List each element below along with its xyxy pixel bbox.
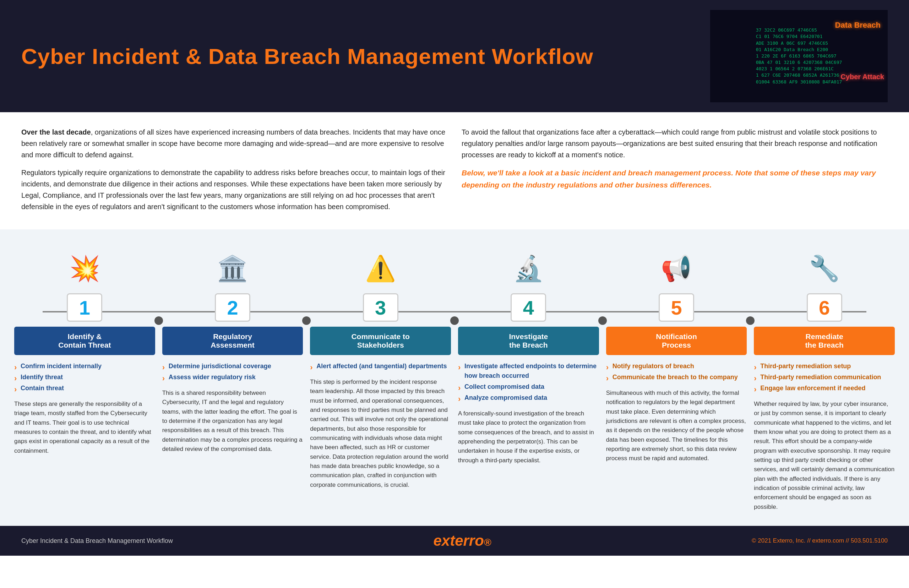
- bullet-item: Communicate the breach to the company: [606, 373, 747, 382]
- step-title-1: Identify &Contain Threat: [14, 327, 155, 355]
- bullet-item: Collect compromised data: [458, 382, 599, 392]
- step-body-1: These steps are generally the responsibi…: [14, 399, 155, 456]
- intro-highlight: Below, we'll take a look at a basic inci…: [462, 167, 888, 191]
- step-icon-1: 💥: [69, 254, 100, 283]
- bullet-item: Identify threat: [14, 373, 155, 382]
- intro-right: To avoid the fallout that organizations …: [462, 126, 888, 219]
- intro-p3: To avoid the fallout that organizations …: [462, 126, 888, 160]
- step-body-5: Simultaneous with much of this activity,…: [606, 388, 747, 464]
- step-icon-area-4: 🔬: [507, 247, 550, 290]
- step-bullets-1: Confirm incident internallyIdentify thre…: [14, 362, 155, 394]
- step-title-4: Investigatethe Breach: [458, 327, 599, 355]
- header-image: 37 32C2 06C697 4746C65 C1 01 76C6 9704 E…: [710, 10, 888, 102]
- intro-p2: Regulators typically require organizatio…: [21, 167, 447, 212]
- cyber-label: Cyber Attack: [840, 73, 884, 81]
- step-icon-2: 🏛️: [217, 254, 248, 283]
- breach-label: Data Breach: [835, 21, 881, 30]
- bullet-item: Assess wider regulatory risk: [162, 373, 303, 382]
- steps-container: 💥 1 Identify &Contain Threat Confirm inc…: [14, 247, 895, 512]
- matrix-background: 37 32C2 06C697 4746C65 C1 01 76C6 9704 E…: [753, 24, 845, 88]
- step-title-2: RegulatoryAssessment: [162, 327, 303, 355]
- bullet-item: Engage law enforcement if needed: [754, 383, 895, 393]
- header: Cyber Incident & Data Breach Management …: [0, 0, 909, 112]
- step-bullets-4: Investigate affected endpoints to determ…: [458, 362, 599, 404]
- step-bullets-6: Third-party remediation setupThird-party…: [754, 362, 895, 394]
- step-bullets-5: Notify regulators of breachCommunicate t…: [606, 362, 747, 383]
- bullet-item: Investigate affected endpoints to determ…: [458, 362, 599, 381]
- connector-dot-1: [155, 317, 163, 325]
- workflow-section: 💥 1 Identify &Contain Threat Confirm inc…: [0, 229, 909, 526]
- connector-dot-2: [302, 317, 311, 325]
- step-number-3: 3: [375, 296, 386, 319]
- footer: Cyber Incident & Data Breach Management …: [0, 526, 909, 556]
- step-number-box-3: 3: [363, 293, 399, 322]
- connector-dot-4: [598, 317, 607, 325]
- step-icon-4: 🔬: [513, 254, 544, 283]
- intro-section: Over the last decade, organizations of a…: [0, 112, 909, 229]
- step-number-box-4: 4: [510, 293, 546, 322]
- step-body-2: This is a shared responsibility between …: [162, 388, 303, 454]
- step-icon-area-2: 🏛️: [211, 247, 254, 290]
- page-title: Cyber Incident & Data Breach Management …: [21, 44, 710, 69]
- step-2: 🏛️ 2 RegulatoryAssessment Determine juri…: [162, 247, 303, 512]
- step-number-box-6: 6: [807, 293, 842, 322]
- intro-p1: Over the last decade, organizations of a…: [21, 126, 447, 160]
- step-icon-5: 📢: [661, 254, 692, 283]
- step-3: ⚠️ 3 Communicate toStakeholders Alert af…: [310, 247, 451, 512]
- step-number-box-2: 2: [215, 293, 250, 322]
- exterro-logo: exterro®: [433, 532, 491, 549]
- step-icon-area-6: 🔧: [803, 247, 846, 290]
- bullet-item: Determine jurisdictional coverage: [162, 362, 303, 371]
- bullet-item: Confirm incident internally: [14, 362, 155, 371]
- step-title-6: Remediatethe Breach: [754, 327, 895, 355]
- connector-dot-3: [450, 317, 459, 325]
- footer-left-text: Cyber Incident & Data Breach Management …: [21, 537, 173, 545]
- step-bullets-3: Alert affected (and tangential) departme…: [310, 362, 451, 373]
- bullet-item: Third-party remediation communication: [754, 373, 895, 382]
- step-1: 💥 1 Identify &Contain Threat Confirm inc…: [14, 247, 155, 512]
- bullet-item: Analyze compromised data: [458, 393, 599, 403]
- logo-text: exterro®: [433, 532, 491, 549]
- step-number-5: 5: [671, 296, 682, 319]
- step-number-2: 2: [227, 296, 238, 319]
- step-title-3: Communicate toStakeholders: [310, 327, 451, 355]
- bullet-item: Notify regulators of breach: [606, 362, 747, 371]
- step-icon-area-1: 💥: [63, 247, 106, 290]
- step-body-6: Whether required by law, by your cyber i…: [754, 399, 895, 512]
- step-bullets-2: Determine jurisdictional coverageAssess …: [162, 362, 303, 383]
- step-body-3: This step is performed by the incident r…: [310, 378, 451, 489]
- step-number-1: 1: [79, 296, 90, 319]
- step-5: 📢 5 NotificationProcess Notify regulator…: [606, 247, 747, 512]
- intro-left: Over the last decade, organizations of a…: [21, 126, 447, 219]
- step-icon-6: 🔧: [809, 254, 840, 283]
- bullet-item: Contain threat: [14, 383, 155, 393]
- step-number-4: 4: [523, 296, 534, 319]
- step-number-box-1: 1: [67, 293, 102, 322]
- bullet-item: Alert affected (and tangential) departme…: [310, 362, 451, 371]
- step-6: 🔧 6 Remediatethe Breach Third-party reme…: [754, 247, 895, 512]
- step-body-4: A forensically-sound investigation of th…: [458, 409, 599, 465]
- step-icon-3: ⚠️: [365, 254, 396, 283]
- step-icon-area-5: 📢: [655, 247, 698, 290]
- footer-right-text: © 2021 Exterro, Inc. // exterro.com // 5…: [752, 537, 888, 544]
- step-icon-area-3: ⚠️: [359, 247, 402, 290]
- step-number-box-5: 5: [659, 293, 694, 322]
- bullet-item: Third-party remediation setup: [754, 362, 895, 371]
- connector-dot-5: [746, 317, 754, 325]
- step-number-6: 6: [819, 296, 830, 319]
- step-4: 🔬 4 Investigatethe Breach Investigate af…: [458, 247, 599, 512]
- step-title-5: NotificationProcess: [606, 327, 747, 355]
- intro-bold: Over the last decade: [21, 128, 91, 136]
